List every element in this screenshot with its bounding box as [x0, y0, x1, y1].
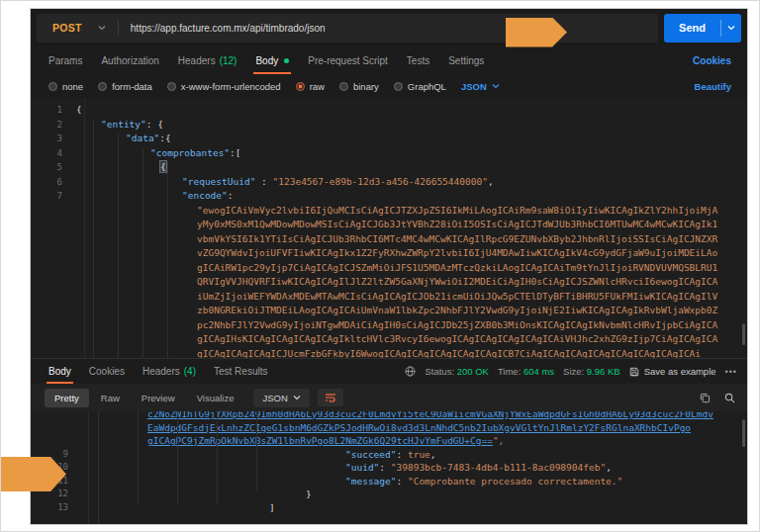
- chevron-down-icon: [727, 25, 735, 31]
- indent-guide: [138, 411, 139, 504]
- body-mode-label: x-www-form-urlencoded: [181, 81, 281, 92]
- cookies-link[interactable]: Cookies: [693, 55, 731, 66]
- tab-authorization[interactable]: Authorization: [101, 46, 158, 74]
- response-toolbar: PrettyRawPreviewVisualize JSON: [31, 384, 747, 411]
- tab-tests[interactable]: Tests: [407, 46, 429, 74]
- chevron-down-icon: [293, 395, 301, 400]
- radio-icon: [98, 82, 107, 91]
- unsaved-dot: [284, 58, 289, 63]
- copy-icon[interactable]: [700, 393, 711, 403]
- body-mode-x-www-form-urlencoded[interactable]: x-www-form-urlencoded: [167, 81, 281, 92]
- size-label: Size:: [563, 366, 584, 377]
- radio-icon: [394, 82, 403, 91]
- search-icon[interactable]: [724, 393, 735, 403]
- request-body-editor[interactable]: 1{2"entity": {3"data":{4"comprobantes":[…: [31, 98, 747, 358]
- code-wrap-line: gICAgICAgICAgICJUcmFzbGFkbyI6WwogICAgICA…: [31, 347, 747, 359]
- response-tab-test-results[interactable]: Test Results: [214, 359, 267, 385]
- tab-label: Body: [48, 366, 71, 377]
- beautify-link[interactable]: Beautify: [695, 81, 731, 92]
- view-pretty[interactable]: Pretty: [45, 389, 89, 407]
- code-line: 7"encode":: [31, 189, 747, 204]
- response-language-dropdown[interactable]: JSON: [253, 389, 309, 407]
- tab-label: Pre-request Script: [308, 55, 388, 66]
- tab-label: Test Results: [214, 366, 267, 377]
- code-line: 6"requestUuid" : "123e4567-e89b-12d3-a45…: [31, 175, 747, 190]
- tab-label: Params: [48, 55, 82, 66]
- send-button-label[interactable]: Send: [664, 22, 720, 34]
- chevron-down-icon: [98, 25, 106, 31]
- status-value: 200 OK: [457, 366, 489, 377]
- response-tab-cookies[interactable]: Cookies: [89, 359, 125, 385]
- tab-label: Settings: [448, 55, 484, 66]
- body-language-label: JSON: [461, 81, 487, 92]
- code-wrap-line: iUmZjIjoiWEFYWDAxMDEwMTAwMCIsCiAgICAgICJ…: [31, 290, 747, 305]
- body-mode-raw[interactable]: raw: [296, 81, 325, 92]
- status-label: Status:: [425, 366, 454, 377]
- response-tab-headers[interactable]: Headers (4): [142, 359, 196, 385]
- tab-pre-request-script[interactable]: Pre-request Script: [308, 46, 388, 74]
- time-value: 604 ms: [523, 366, 554, 377]
- radio-icon: [339, 82, 348, 91]
- code-line: 1{: [31, 103, 747, 118]
- body-mode-graphql[interactable]: GraphQL: [394, 81, 446, 92]
- scrollbar-thumb[interactable]: [742, 323, 745, 345]
- indent-guide: [118, 133, 119, 358]
- wrap-lines-button[interactable]: [318, 389, 343, 406]
- body-mode-binary[interactable]: binary: [339, 81, 379, 92]
- tab-label: Tests: [407, 55, 429, 66]
- body-mode-none[interactable]: none: [48, 81, 83, 92]
- response-status-group: Status: 200 OK Time: 604 ms Size: 9.96 K…: [405, 366, 737, 377]
- size-value: 9.96 KB: [587, 366, 620, 377]
- body-mode-label: none: [62, 81, 83, 92]
- body-language-dropdown[interactable]: JSON: [461, 81, 500, 92]
- code-wrap-line: gICAgIHsKICAgICAgICAgICAgIkltcHVlc3RvcyI…: [31, 332, 747, 347]
- indent-guide: [93, 120, 94, 358]
- tab-body[interactable]: Body: [255, 46, 289, 74]
- tab-settings[interactable]: Settings: [448, 46, 484, 74]
- tab-params[interactable]: Params: [48, 46, 82, 74]
- postman-window: POST https://app.facture.com.mx/api/timb…: [30, 8, 748, 525]
- body-mode-label: form-data: [112, 81, 152, 92]
- view-visualize[interactable]: Visualize: [187, 389, 244, 407]
- code-line: 3"data":{: [31, 132, 747, 146]
- tab-headers[interactable]: Headers (12): [178, 46, 238, 74]
- tab-label: Headers: [178, 55, 216, 66]
- tab-label: Headers: [142, 366, 180, 377]
- code-wrap-line: pc2NhbFJlY2VwdG9yIjoiNTgwMDAiCiAgIH0sCiA…: [31, 318, 747, 333]
- response-tab-body[interactable]: Body: [48, 359, 71, 385]
- code-line: 5{: [31, 160, 747, 175]
- gutter-divider: [84, 98, 85, 358]
- view-preview[interactable]: Preview: [132, 389, 185, 407]
- method-dropdown[interactable]: POST: [37, 22, 118, 34]
- request-tabs: ParamsAuthorizationHeaders (12)BodyPre-r…: [31, 46, 747, 74]
- view-raw[interactable]: Raw: [91, 389, 130, 407]
- chevron-down-icon: [492, 83, 500, 89]
- response-header: BodyCookiesHeaders (4)Test Results Statu…: [31, 358, 747, 384]
- code-wrap-line: zb0NGREkiOiJTMDEiLAogICAgICAiUmVnaW1lbkZ…: [31, 304, 747, 318]
- wrap-text-icon: [325, 393, 336, 402]
- gutter-divider: [88, 411, 89, 525]
- indent-guide: [217, 411, 218, 504]
- more-options-button[interactable]: •••: [725, 367, 737, 377]
- code-wrap-line: QRVIgVVJHQVRFIiwKICAgICAgIlJlZ2ltZW5GaXN…: [31, 275, 747, 290]
- radio-icon: [296, 82, 305, 91]
- body-mode-label: GraphQL: [408, 81, 446, 92]
- save-as-example-button[interactable]: Save as example: [629, 366, 716, 377]
- indent-guide: [256, 411, 257, 490]
- code-wrap-line: vbmVkYSI6Ik1YTiIsCiAgICJUb3RhbCI6MTc4MC4…: [31, 232, 747, 247]
- body-mode-label: binary: [353, 81, 379, 92]
- response-language-label: JSON: [262, 393, 287, 403]
- save-as-example-label: Save as example: [644, 366, 716, 377]
- send-button[interactable]: Send: [664, 14, 741, 43]
- indent-guide: [142, 148, 143, 358]
- url-field[interactable]: POST https://app.facture.com.mx/api/timb…: [37, 14, 658, 43]
- code-line: 4"comprobantes":[: [31, 146, 747, 161]
- response-body-viewer[interactable]: c2NoZW1hTG9jYXRpb249Imh0dHA6Ly93d3cuc2F0…: [31, 411, 747, 525]
- network-icon: [405, 366, 416, 377]
- url-input[interactable]: https://app.facture.com.mx/api/timbrado/…: [119, 23, 326, 34]
- send-options-caret[interactable]: [721, 25, 741, 31]
- indent-guide: [98, 411, 99, 525]
- scrollbar-thumb[interactable]: [742, 419, 745, 447]
- body-mode-form-data[interactable]: form-data: [98, 81, 152, 92]
- tab-count: (12): [220, 55, 238, 66]
